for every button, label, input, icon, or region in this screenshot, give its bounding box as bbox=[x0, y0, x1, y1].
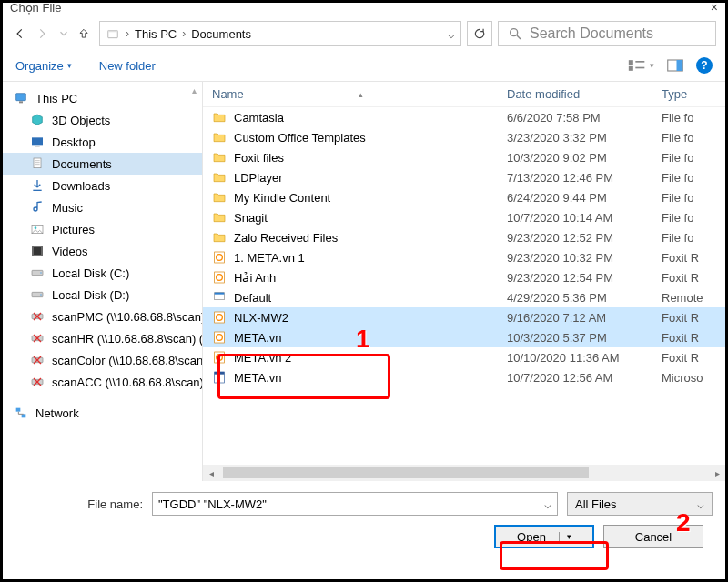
refresh-button[interactable] bbox=[467, 21, 492, 46]
sidebar-item-music[interactable]: Music bbox=[3, 196, 202, 218]
sidebar-item-pictures[interactable]: Pictures bbox=[3, 218, 202, 240]
desktop-icon bbox=[30, 135, 45, 149]
svg-rect-55 bbox=[215, 372, 225, 375]
preview-pane-button[interactable] bbox=[667, 59, 683, 72]
search-input[interactable]: Search Documents bbox=[498, 21, 716, 46]
chevron-up-icon[interactable]: ▴ bbox=[192, 85, 197, 95]
sidebar-item-label: Local Disk (D:) bbox=[52, 288, 129, 302]
folder-icon bbox=[106, 26, 120, 41]
search-placeholder: Search Documents bbox=[530, 25, 653, 42]
file-row[interactable]: Foxit files 10/3/2020 9:02 PM File fo bbox=[203, 147, 725, 167]
file-row[interactable]: Hải Anh 9/23/2020 12:54 PM Foxit R bbox=[203, 267, 725, 287]
sidebar-item-label: Videos bbox=[52, 245, 88, 258]
sidebar-item-downloads[interactable]: Downloads bbox=[3, 175, 202, 196]
svg-rect-41 bbox=[22, 414, 26, 417]
file-row[interactable]: Zalo Received Files 9/23/2020 12:52 PM F… bbox=[203, 227, 725, 247]
close-icon[interactable]: × bbox=[711, 0, 718, 15]
file-date: 6/24/2020 9:44 PM bbox=[507, 191, 662, 205]
forward-button[interactable] bbox=[34, 25, 50, 42]
nav-row: › This PC › Documents ⌵ Search Documents bbox=[3, 12, 725, 50]
column-headers[interactable]: Name ▴ Date modified Type bbox=[203, 82, 725, 107]
file-row[interactable]: NLX-MW2 9/16/2020 7:12 AM Foxit R bbox=[203, 307, 725, 327]
address-bar[interactable]: › This PC › Documents ⌵ bbox=[99, 21, 461, 46]
file-row[interactable]: Default 4/29/2020 5:36 PM Remote bbox=[203, 287, 725, 307]
svg-rect-47 bbox=[215, 293, 225, 295]
foxit-icon bbox=[212, 330, 227, 345]
back-button[interactable] bbox=[12, 25, 28, 42]
file-row[interactable]: My Kindle Content 6/24/2020 9:44 PM File… bbox=[203, 187, 725, 207]
file-row[interactable]: META.vn 2 10/10/2020 11:36 AM Foxit R bbox=[203, 347, 725, 367]
file-date: 10/7/2020 10:14 AM bbox=[507, 211, 662, 225]
sidebar-item-local-disk-c-[interactable]: Local Disk (C:) bbox=[3, 262, 202, 284]
file-type: File fo bbox=[662, 111, 716, 125]
file-date: 10/10/2020 11:36 AM bbox=[507, 351, 662, 365]
sidebar-item-label: Pictures bbox=[52, 223, 95, 236]
sidebar-item-network[interactable]: Network bbox=[3, 402, 202, 424]
file-name: NLX-MW2 bbox=[234, 311, 288, 325]
file-row[interactable]: META.vn 10/7/2020 12:56 AM Microso bbox=[203, 367, 725, 387]
chevron-down-icon[interactable]: ⌵ bbox=[448, 27, 455, 41]
open-button[interactable]: Open ▾ bbox=[494, 525, 594, 548]
file-name: META.vn bbox=[234, 371, 282, 385]
scrollbar-thumb[interactable] bbox=[223, 467, 589, 478]
file-row[interactable]: META.vn 10/3/2020 5:37 PM Foxit R bbox=[203, 327, 725, 347]
view-mode-button[interactable] bbox=[628, 59, 646, 72]
sidebar-item-scanpmc-10-68-68-8-scan-p-[interactable]: scanPMC (\\10.68.68.8\scan) (P:) bbox=[3, 306, 202, 327]
new-folder-button[interactable]: New folder bbox=[99, 59, 156, 73]
breadcrumb-root[interactable]: This PC bbox=[135, 27, 177, 41]
music-icon bbox=[30, 200, 45, 215]
folder-icon bbox=[212, 150, 227, 165]
column-type[interactable]: Type bbox=[662, 87, 716, 101]
file-list-pane: Name ▴ Date modified Type Camtasia 6/6/2… bbox=[203, 82, 725, 481]
sidebar-item-scanhr-10-68-68-8-scan-r-[interactable]: scanHR (\\10.68.68.8\scan) (R:) bbox=[3, 327, 202, 349]
scroll-right-icon[interactable]: ▸ bbox=[709, 468, 725, 478]
word-icon bbox=[212, 370, 227, 385]
sidebar-item-videos[interactable]: Videos bbox=[3, 240, 202, 262]
column-date-modified[interactable]: Date modified bbox=[507, 87, 662, 101]
sidebar-item-desktop[interactable]: Desktop bbox=[3, 131, 202, 153]
file-row[interactable]: Snagit 10/7/2020 10:14 AM File fo bbox=[203, 207, 725, 227]
folder-icon bbox=[212, 130, 227, 145]
file-type: File fo bbox=[662, 231, 716, 245]
sidebar-item-label: Documents bbox=[52, 157, 112, 171]
folder-icon bbox=[212, 110, 227, 125]
sidebar-item-scanacc-10-68-68-8-scan-t-[interactable]: scanACC (\\10.68.68.8\scan) (T:) bbox=[3, 371, 202, 393]
history-dropdown[interactable] bbox=[56, 25, 72, 42]
svg-rect-12 bbox=[32, 137, 43, 145]
svg-rect-4 bbox=[629, 60, 633, 65]
organize-button[interactable]: Organize ▾ bbox=[15, 59, 72, 73]
sidebar-item-3d-objects[interactable]: 3D Objects bbox=[3, 109, 202, 131]
cancel-button[interactable]: Cancel bbox=[603, 525, 703, 548]
file-date: 4/29/2020 5:36 PM bbox=[507, 291, 662, 305]
column-name: Name ▴ bbox=[212, 87, 507, 101]
folder-icon bbox=[212, 170, 227, 185]
file-row[interactable]: Camtasia 6/6/2020 7:58 PM File fo bbox=[203, 107, 725, 127]
sidebar-item-local-disk-d-[interactable]: Local Disk (D:) bbox=[3, 284, 202, 306]
toolbar: Organize ▾ New folder ▾ ? bbox=[3, 50, 725, 81]
sidebar-item-this-pc[interactable]: This PC bbox=[3, 87, 202, 109]
disk-icon bbox=[30, 287, 45, 302]
file-row[interactable]: LDPlayer 7/13/2020 12:46 PM File fo bbox=[203, 167, 725, 187]
search-icon bbox=[508, 26, 522, 41]
chevron-down-icon[interactable]: ⌵ bbox=[544, 497, 551, 511]
up-button[interactable] bbox=[77, 27, 94, 40]
file-date: 9/16/2020 7:12 AM bbox=[507, 311, 662, 325]
sidebar-item-scancolor-10-68-68-8-scan-s-[interactable]: scanColor (\\10.68.68.8\scan) (S:) bbox=[3, 349, 202, 371]
scroll-left-icon[interactable]: ◂ bbox=[203, 468, 219, 478]
chevron-down-icon[interactable]: ▾ bbox=[650, 61, 654, 70]
file-row[interactable]: 1. META.vn 1 9/23/2020 10:32 PM Foxit R bbox=[203, 247, 725, 267]
file-name: Hải Anh bbox=[234, 271, 276, 285]
svg-rect-22 bbox=[32, 246, 34, 255]
help-icon[interactable]: ? bbox=[696, 57, 713, 74]
file-type: File fo bbox=[662, 131, 716, 145]
file-type: Foxit R bbox=[662, 251, 716, 265]
open-dropdown-icon[interactable]: ▾ bbox=[559, 532, 571, 541]
file-name: Custom Office Templates bbox=[234, 131, 366, 145]
sidebar-item-documents[interactable]: Documents bbox=[3, 153, 202, 175]
file-row[interactable]: Custom Office Templates 3/23/2020 3:32 P… bbox=[203, 127, 725, 147]
file-name-input[interactable]: "TGDD" "NLX-MW2" ⌵ bbox=[152, 492, 558, 516]
file-type-filter[interactable]: All Files ⌵ bbox=[567, 492, 713, 516]
foxit-icon bbox=[212, 350, 227, 365]
breadcrumb-folder[interactable]: Documents bbox=[191, 27, 251, 41]
horizontal-scrollbar[interactable]: ◂ ▸ bbox=[203, 465, 725, 481]
